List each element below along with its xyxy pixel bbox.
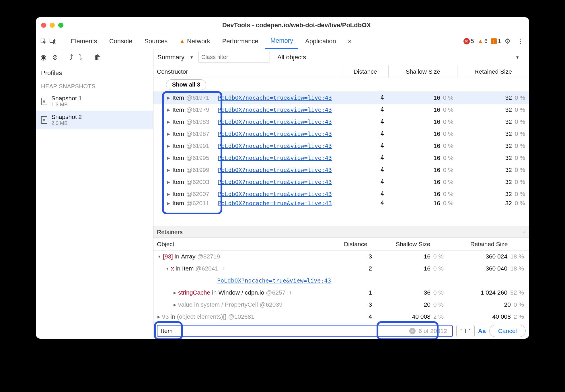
expand-icon[interactable]: ▶ xyxy=(167,120,170,124)
rcol-shallow[interactable]: Shallow Size xyxy=(377,241,449,248)
clear-icon[interactable]: ⊘ xyxy=(52,53,58,61)
source-link[interactable]: PoLdbOX?nocache=true&view=live:43 xyxy=(217,277,331,284)
col-shallow[interactable]: Shallow Size xyxy=(389,65,457,78)
snapshot-item[interactable]: ▦Snapshot 22.0 MB xyxy=(36,111,153,129)
source-link[interactable]: PoLdbOX?nocache=true&view=live:43 xyxy=(218,130,332,137)
close-icon[interactable] xyxy=(41,23,46,28)
expand-icon[interactable]: ▶ xyxy=(167,108,170,112)
expand-icon[interactable]: ▶ xyxy=(167,96,170,100)
expand-icon[interactable]: ▼ xyxy=(165,266,169,271)
download-icon[interactable]: ⤵ xyxy=(79,53,82,61)
summary-toolbar: Summary▼ All objects ▼ xyxy=(153,49,529,65)
next-icon[interactable]: ˅ xyxy=(466,328,473,334)
search-field-wrap: ✕6 of 20012 xyxy=(157,325,453,337)
source-link[interactable]: PoLdbOX?nocache=true&view=live:43 xyxy=(218,118,332,125)
heap-row[interactable]: ▶Item @61983PoLdbOX?nocache=true&view=li… xyxy=(153,116,529,128)
search-count: ✕6 of 20012 xyxy=(409,328,447,334)
heap-row[interactable]: ▶Item @61999PoLdbOX?nocache=true&view=li… xyxy=(153,164,529,176)
tab-network[interactable]: ▲Network xyxy=(174,34,215,49)
expand-icon[interactable]: ▼ xyxy=(157,254,161,259)
retainers-header: Retainers≡ xyxy=(153,226,529,238)
heap-header: HEAP SNAPSHOTS xyxy=(36,81,153,92)
heap-row[interactable]: ▶Item @61991PoLdbOX?nocache=true&view=li… xyxy=(153,140,529,152)
rcol-retained[interactable]: Retained Size xyxy=(449,241,529,248)
profiles-header: Profiles xyxy=(36,65,153,81)
cancel-button[interactable]: Cancel xyxy=(489,325,526,337)
col-constructor[interactable]: Constructor xyxy=(153,65,342,78)
source-link[interactable]: PoLdbOX?nocache=true&view=live:43 xyxy=(218,191,332,197)
source-link[interactable]: PoLdbOX?nocache=true&view=live:43 xyxy=(218,179,332,185)
rcol-distance[interactable]: Distance xyxy=(334,241,377,248)
tab-memory[interactable]: Memory xyxy=(265,34,298,49)
snapshot-size: 2.0 MB xyxy=(51,120,82,126)
source-link[interactable]: PoLdbOX?nocache=true&view=live:43 xyxy=(218,200,332,206)
minimize-icon[interactable] xyxy=(50,23,55,28)
gear-icon[interactable]: ⚙ xyxy=(504,37,511,45)
zoom-icon[interactable] xyxy=(58,23,63,28)
expand-icon[interactable]: ▶ xyxy=(167,180,170,184)
retainer-row[interactable]: ▼[93] in Array @82719 3160 %360 02418 % xyxy=(153,250,529,262)
tab-console[interactable]: Console xyxy=(104,34,138,49)
kebab-icon[interactable]: ⋮ xyxy=(517,37,524,45)
expand-icon[interactable]: ▶ xyxy=(167,168,170,172)
snapshot-icon: ▦ xyxy=(41,98,47,105)
tab-more[interactable]: » xyxy=(343,34,357,49)
heap-row[interactable]: ▶Item @62007PoLdbOX?nocache=true&view=li… xyxy=(153,188,529,200)
retainers-grid-header: Object Distance Shallow Size Retained Si… xyxy=(153,238,529,250)
snapshot-size: 1.3 MB xyxy=(51,102,82,108)
issues-count[interactable]: !1 xyxy=(491,38,501,44)
heap-row[interactable]: ▶Item @61971PoLdbOX?nocache=true&view=li… xyxy=(153,92,529,104)
search-input[interactable] xyxy=(161,328,409,334)
retainer-row[interactable]: ▶93 in (object elements)[] @102681440 00… xyxy=(153,311,529,323)
heap-row[interactable]: ▶Item @61979PoLdbOX?nocache=true&view=li… xyxy=(153,104,529,116)
retainers-body: ▼[93] in Array @82719 3160 %360 02418 %▼… xyxy=(153,250,529,323)
grid-header: Constructor Distance Shallow Size Retain… xyxy=(153,65,529,78)
clear-icon[interactable]: ✕ xyxy=(409,328,416,334)
rcol-object[interactable]: Object xyxy=(153,241,334,248)
expand-icon[interactable]: ▶ xyxy=(167,132,170,136)
source-link[interactable]: PoLdbOX?nocache=true&view=live:43 xyxy=(218,154,332,161)
heap-row[interactable]: ▶Item @62003PoLdbOX?nocache=true&view=li… xyxy=(153,176,529,188)
inspect-icon[interactable] xyxy=(39,37,47,45)
retainer-row[interactable]: ▶stringCache in Window / cdpn.io @6257 1… xyxy=(153,287,529,299)
snapshot-item[interactable]: ▦Snapshot 11.3 MB xyxy=(36,92,153,111)
prev-icon[interactable]: ˄ xyxy=(458,328,465,334)
warning-count[interactable]: ▲6 xyxy=(478,38,488,44)
col-distance[interactable]: Distance xyxy=(342,65,389,78)
show-all-button[interactable]: Show all 3 xyxy=(166,79,206,90)
tab-sources[interactable]: Sources xyxy=(139,34,173,49)
expand-icon[interactable]: ▶ xyxy=(167,144,170,148)
perspective-caret-icon[interactable]: ▼ xyxy=(515,55,519,60)
source-link[interactable]: PoLdbOX?nocache=true&view=live:43 xyxy=(218,166,332,173)
heap-row[interactable]: ▶Item @61995PoLdbOX?nocache=true&view=li… xyxy=(153,152,529,164)
tab-performance[interactable]: Performance xyxy=(217,34,264,49)
retainer-row[interactable]: ▶value in system / PropertyCell @6203932… xyxy=(153,299,529,311)
grip-icon[interactable]: ≡ xyxy=(523,229,526,235)
all-objects[interactable]: All objects xyxy=(277,54,306,61)
expand-icon[interactable]: ▶ xyxy=(167,192,170,196)
expand-icon[interactable]: ▶ xyxy=(167,201,170,205)
upload-icon[interactable]: ⤴ xyxy=(70,53,73,61)
record-icon[interactable]: ◉ xyxy=(40,53,46,61)
expand-icon[interactable]: ▶ xyxy=(157,315,160,319)
source-link[interactable]: PoLdbOX?nocache=true&view=live:43 xyxy=(218,106,332,113)
retainer-row[interactable]: ▼x in Item @62041 2160 %360 04018 % xyxy=(153,262,529,275)
tab-elements[interactable]: Elements xyxy=(66,34,102,49)
col-retained[interactable]: Retained Size xyxy=(457,65,529,78)
device-icon[interactable] xyxy=(49,37,57,45)
class-filter-input[interactable] xyxy=(198,52,270,62)
sidebar: ◉ ⊘ ⤴ ⤵ 🗑 Profiles HEAP SNAPSHOTS ▦Snaps… xyxy=(36,49,153,339)
error-count[interactable]: ✕5 xyxy=(463,38,474,44)
tab-application[interactable]: Application xyxy=(300,34,341,49)
expand-icon[interactable]: ▶ xyxy=(174,303,176,307)
source-link[interactable]: PoLdbOX?nocache=true&view=live:43 xyxy=(218,142,332,149)
case-toggle[interactable]: Aa xyxy=(478,328,486,334)
source-link[interactable]: PoLdbOX?nocache=true&view=live:43 xyxy=(218,94,332,101)
trash-icon[interactable]: 🗑 xyxy=(94,53,101,61)
expand-icon[interactable]: ▶ xyxy=(167,156,170,160)
summary-dropdown[interactable]: Summary▼ xyxy=(157,54,194,61)
heap-row[interactable]: ▶Item @62011PoLdbOX?nocache=true&view=li… xyxy=(153,200,529,206)
snapshot-name: Snapshot 2 xyxy=(51,113,82,120)
heap-row[interactable]: ▶Item @61987PoLdbOX?nocache=true&view=li… xyxy=(153,128,529,140)
expand-icon[interactable]: ▶ xyxy=(174,291,176,295)
